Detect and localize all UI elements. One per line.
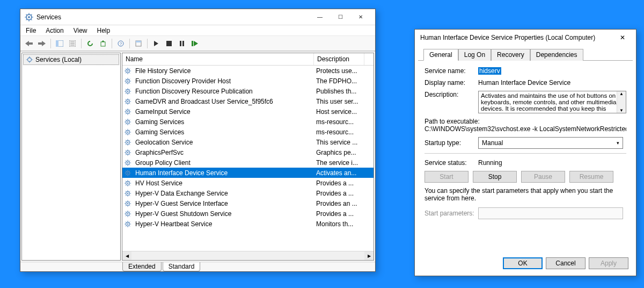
cell-description: Graphics pe... xyxy=(314,148,374,157)
cell-name: Hyper-V Data Exchange Service xyxy=(133,189,314,198)
tab-extended[interactable]: Extended xyxy=(122,262,162,271)
table-row[interactable]: Function Discovery Resource PublicationP… xyxy=(122,86,374,96)
svg-rect-11 xyxy=(180,41,181,46)
dialog-titlebar[interactable]: Human Interface Device Service Propertie… xyxy=(415,30,636,46)
gear-icon xyxy=(124,220,131,228)
scroll-right-button[interactable]: ▶ xyxy=(364,251,374,261)
tree-item-label: Services (Local) xyxy=(35,56,82,63)
gear-icon xyxy=(124,77,131,85)
value-service-name[interactable]: hidserv xyxy=(478,67,501,75)
menu-file[interactable]: File xyxy=(24,26,38,35)
export-button[interactable] xyxy=(97,38,109,49)
properties-button[interactable] xyxy=(66,38,79,49)
menu-view[interactable]: View xyxy=(71,26,90,35)
value-description: Activates and maintains the use of hot b… xyxy=(481,92,616,112)
cell-name: File History Service xyxy=(133,67,314,75)
dialog-button[interactable] xyxy=(132,38,145,49)
pause-button: Pause xyxy=(521,171,565,183)
svg-point-38 xyxy=(127,182,129,184)
console-tree[interactable]: Services (Local) xyxy=(21,53,121,261)
table-row[interactable]: Function Discovery Provider HostThe FDPH… xyxy=(122,76,374,86)
cell-name: Geolocation Service xyxy=(133,138,314,147)
cell-name: Function Discovery Resource Publication xyxy=(133,87,314,96)
show-hide-tree-button[interactable] xyxy=(53,38,66,49)
description-textbox[interactable]: Activates and maintains the use of hot b… xyxy=(478,91,626,113)
gear-icon xyxy=(124,108,131,116)
table-row[interactable]: Hyper-V Guest Service InterfaceProvides … xyxy=(122,198,374,208)
gear-icon xyxy=(124,169,131,177)
svg-point-34 xyxy=(127,162,129,163)
maximize-button[interactable]: ☐ xyxy=(330,11,350,24)
tree-item-services-local[interactable]: Services (Local) xyxy=(23,54,119,65)
cell-description: Publishes th... xyxy=(314,87,374,96)
properties-dialog: Human Interface Device Service Propertie… xyxy=(414,29,636,276)
list-rows[interactable]: File History ServiceProtects use...Funct… xyxy=(122,66,374,251)
start-button: Start xyxy=(425,171,469,183)
tab-general[interactable]: General xyxy=(423,49,458,61)
cell-description: Monitors th... xyxy=(314,220,374,228)
table-row[interactable]: Group Policy ClientThe service i... xyxy=(122,157,374,168)
help-button[interactable]: ? xyxy=(114,38,127,49)
description-scrollbar[interactable]: ▲▼ xyxy=(617,91,626,113)
table-row[interactable]: GameDVR and Broadcast User Service_5f95f… xyxy=(122,96,374,106)
value-path: C:\WINDOWS\system32\svchost.exe -k Local… xyxy=(425,125,626,133)
table-row[interactable]: Gaming Servicesms-resourc... xyxy=(122,127,374,137)
svg-text:?: ? xyxy=(120,41,122,46)
restart-service-button[interactable] xyxy=(188,38,201,49)
svg-rect-12 xyxy=(182,41,184,46)
minimize-button[interactable]: — xyxy=(310,11,330,24)
table-row[interactable]: Hyper-V Heartbeat ServiceMonitors th... xyxy=(122,219,374,229)
value-service-status: Running xyxy=(478,159,626,167)
menu-action[interactable]: Action xyxy=(43,26,65,35)
svg-point-24 xyxy=(127,111,129,112)
svg-rect-10 xyxy=(166,41,172,46)
table-row[interactable]: Human Interface Device ServiceActivates … xyxy=(122,168,374,178)
start-service-button[interactable] xyxy=(150,38,163,49)
menu-help[interactable]: Help xyxy=(95,26,113,35)
gear-icon xyxy=(124,98,131,105)
titlebar[interactable]: Services — ☐ ✕ xyxy=(20,9,375,25)
close-button[interactable]: ✕ xyxy=(350,11,371,24)
table-row[interactable]: Hyper-V Data Exchange ServiceProvides a … xyxy=(122,188,374,198)
cell-name: Human Interface Device Service xyxy=(133,169,314,177)
table-row[interactable]: Geolocation ServiceThis service ... xyxy=(122,137,374,147)
gear-icon xyxy=(124,67,131,75)
forward-button[interactable] xyxy=(35,38,48,49)
label-startup-type: Startup type: xyxy=(425,139,478,147)
stop-service-button[interactable] xyxy=(163,38,175,49)
cell-description: This user ser... xyxy=(314,97,374,106)
cell-name: GameInput Service xyxy=(133,107,314,116)
svg-point-36 xyxy=(127,172,129,174)
label-description: Description: xyxy=(425,91,478,98)
table-row[interactable]: GameInput ServiceHost service... xyxy=(122,106,374,117)
dialog-close-button[interactable]: ✕ xyxy=(614,34,631,41)
table-row[interactable]: Hyper-V Guest Shutdown ServiceProvides a… xyxy=(122,208,374,219)
pause-service-button[interactable] xyxy=(175,38,188,49)
table-row[interactable]: File History ServiceProtects use... xyxy=(122,66,374,76)
tab-logon[interactable]: Log On xyxy=(458,49,491,61)
gear-icon xyxy=(124,139,131,146)
startup-type-dropdown[interactable]: Manual ▾ xyxy=(478,137,623,149)
cancel-button[interactable]: Cancel xyxy=(546,257,586,269)
table-row[interactable]: GraphicsPerfSvcGraphics pe... xyxy=(122,147,374,157)
tab-dependencies[interactable]: Dependencies xyxy=(530,49,583,61)
column-name[interactable]: Name xyxy=(122,53,314,65)
gear-icon xyxy=(124,128,131,136)
cell-name: Hyper-V Guest Shutdown Service xyxy=(133,210,314,218)
table-row[interactable]: HV Host ServiceProvides a ... xyxy=(122,178,374,188)
column-description[interactable]: Description xyxy=(314,53,364,65)
table-row[interactable]: Gaming Servicesms-resourc... xyxy=(122,117,374,127)
back-button[interactable] xyxy=(23,38,35,49)
scroll-left-button[interactable]: ◀ xyxy=(122,251,131,261)
menubar: File Action View Help xyxy=(20,25,375,36)
ok-button[interactable]: OK xyxy=(503,257,543,269)
tab-standard[interactable]: Standard xyxy=(163,262,201,271)
tab-general-panel: Service name: hidserv Display name: Huma… xyxy=(415,61,636,230)
stop-button[interactable]: Stop xyxy=(473,171,517,183)
cell-name: GraphicsPerfSvc xyxy=(133,148,314,157)
horizontal-scrollbar[interactable]: ◀ ▶ xyxy=(122,251,374,260)
refresh-button[interactable] xyxy=(84,38,97,49)
tab-recovery[interactable]: Recovery xyxy=(491,49,530,61)
svg-point-32 xyxy=(127,152,129,153)
resume-button: Resume xyxy=(569,171,613,183)
